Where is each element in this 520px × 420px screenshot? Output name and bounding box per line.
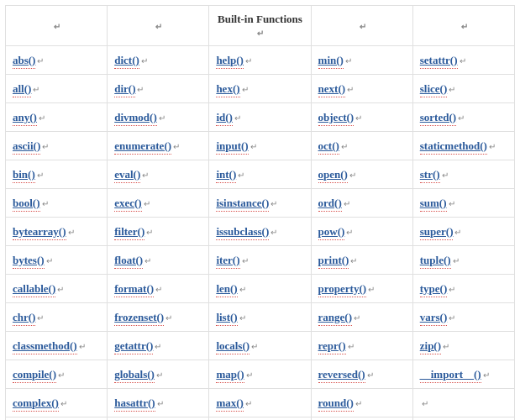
function-link[interactable]: ord() (318, 197, 342, 209)
function-link[interactable]: getattr() (114, 339, 153, 352)
table-cell: hasattr()↵ (108, 389, 209, 417)
function-link[interactable]: int() (216, 168, 236, 181)
function-link[interactable]: frozenset() (114, 311, 164, 323)
function-link[interactable]: object() (318, 111, 355, 123)
newline-marker: ↵ (157, 399, 164, 408)
table-cell: staticmethod()↵ (412, 132, 514, 160)
function-link[interactable]: max() (216, 396, 244, 409)
function-link[interactable]: divmod() (114, 111, 157, 123)
table-cell: hex()↵ (209, 75, 311, 103)
newline-marker: ↵ (245, 399, 252, 408)
function-link[interactable]: dict() (114, 54, 139, 66)
function-link[interactable]: issubclass() (216, 225, 269, 238)
function-link[interactable]: len() (216, 282, 237, 295)
function-link[interactable]: staticmethod() (420, 139, 487, 152)
function-link[interactable]: range() (318, 311, 352, 323)
function-link[interactable]: sorted() (420, 111, 456, 123)
function-link[interactable]: globals() (114, 368, 155, 381)
function-link[interactable]: repr() (318, 339, 346, 352)
table-row: delattr()↵hash()↵memoryview()↵set()↵↵ (6, 417, 515, 421)
function-link[interactable]: help() (216, 54, 244, 66)
table-row: callable()↵format()↵len()↵property()↵typ… (6, 275, 515, 303)
function-link[interactable]: compile() (13, 368, 56, 381)
function-link[interactable]: eval() (114, 168, 140, 181)
function-link[interactable]: setattr() (420, 54, 458, 66)
newline-marker: ↵ (37, 171, 44, 180)
table-header-row: ↵ ↵ Built-in Functions↵ ↵ ↵ (6, 6, 515, 46)
function-link[interactable]: dir() (114, 82, 135, 95)
function-link[interactable]: vars() (420, 311, 448, 323)
table-row: any()↵divmod()↵id()↵object()↵sorted()↵ (6, 103, 515, 132)
function-link[interactable]: type() (420, 282, 448, 295)
table-cell: sum()↵ (412, 189, 514, 218)
function-link[interactable]: hex() (216, 82, 239, 95)
function-link[interactable]: complex() (13, 396, 59, 409)
function-link[interactable]: __import__() (420, 368, 481, 381)
header-col-5: ↵ (412, 6, 514, 46)
function-link[interactable]: filter() (114, 225, 144, 238)
function-link[interactable]: zip() (420, 339, 441, 352)
function-link[interactable]: reversed() (318, 368, 365, 381)
function-link[interactable]: str() (420, 168, 440, 181)
function-link[interactable]: slice() (420, 82, 447, 95)
table-cell: delattr()↵ (6, 417, 108, 421)
function-link[interactable]: enumerate() (114, 139, 171, 152)
function-link[interactable]: sum() (420, 197, 447, 209)
function-link[interactable]: isinstance() (216, 197, 269, 209)
table-cell: chr()↵ (6, 303, 108, 332)
table-cell: __import__()↵ (412, 360, 514, 389)
table-cell: ↵ (412, 417, 514, 421)
table-cell: help()↵ (209, 46, 311, 75)
function-link[interactable]: round() (318, 396, 354, 409)
newline-marker: ↵ (454, 228, 461, 237)
function-link[interactable]: format() (114, 282, 154, 295)
function-link[interactable]: super() (420, 225, 454, 238)
table-cell: str()↵ (412, 160, 514, 189)
function-link[interactable]: ascii() (13, 139, 40, 152)
table-cell: isinstance()↵ (209, 189, 311, 218)
function-link[interactable]: bin() (13, 168, 35, 181)
function-link[interactable]: callable() (13, 282, 55, 295)
function-link[interactable]: classmethod() (13, 339, 77, 352)
table-cell: list()↵ (209, 303, 311, 332)
function-link[interactable]: property() (318, 282, 367, 295)
function-link[interactable]: hasattr() (114, 396, 155, 409)
table-cell: dir()↵ (108, 75, 209, 103)
function-link[interactable]: all() (13, 82, 31, 95)
function-link[interactable]: float() (114, 254, 143, 266)
function-link[interactable]: bytes() (13, 254, 45, 266)
table-row: bool()↵exec()↵isinstance()↵ord()↵sum()↵ (6, 189, 515, 218)
function-link[interactable]: abs() (13, 54, 35, 66)
newline-marker: ↵ (246, 370, 253, 380)
newline-marker: ↵ (348, 342, 355, 351)
function-link[interactable]: next() (318, 82, 346, 95)
function-link[interactable]: exec() (114, 197, 141, 209)
newline-marker: ↵ (46, 256, 53, 265)
newline-marker: ↵ (42, 199, 49, 208)
table-cell: memoryview()↵ (209, 417, 311, 421)
function-link[interactable]: input() (216, 139, 248, 152)
function-link[interactable]: oct() (318, 139, 339, 152)
function-link[interactable]: min() (318, 54, 344, 66)
function-link[interactable]: bytearray() (13, 225, 66, 238)
table-cell: range()↵ (311, 303, 412, 332)
table-row: bin()↵eval()↵int()↵open()↵str()↵ (6, 160, 515, 189)
table-cell: input()↵ (209, 132, 311, 160)
function-link[interactable]: id() (216, 111, 233, 123)
function-link[interactable]: bool() (13, 197, 40, 209)
newline-marker: ↵ (155, 285, 162, 294)
function-link[interactable]: iter() (216, 254, 239, 266)
function-link[interactable]: any() (13, 111, 37, 123)
function-link[interactable]: list() (216, 311, 237, 323)
function-link[interactable]: open() (318, 168, 348, 181)
newline-marker: ↵ (155, 342, 161, 351)
function-link[interactable]: print() (318, 254, 349, 266)
function-link[interactable]: locals() (216, 339, 249, 352)
function-link[interactable]: pow() (318, 225, 345, 238)
function-link[interactable]: chr() (13, 311, 35, 323)
function-link[interactable]: map() (216, 368, 244, 381)
newline-marker: ↵ (347, 85, 354, 94)
newline-marker: ↵ (239, 285, 246, 294)
function-link[interactable]: tuple() (420, 254, 451, 266)
table-cell: repr()↵ (311, 332, 412, 360)
